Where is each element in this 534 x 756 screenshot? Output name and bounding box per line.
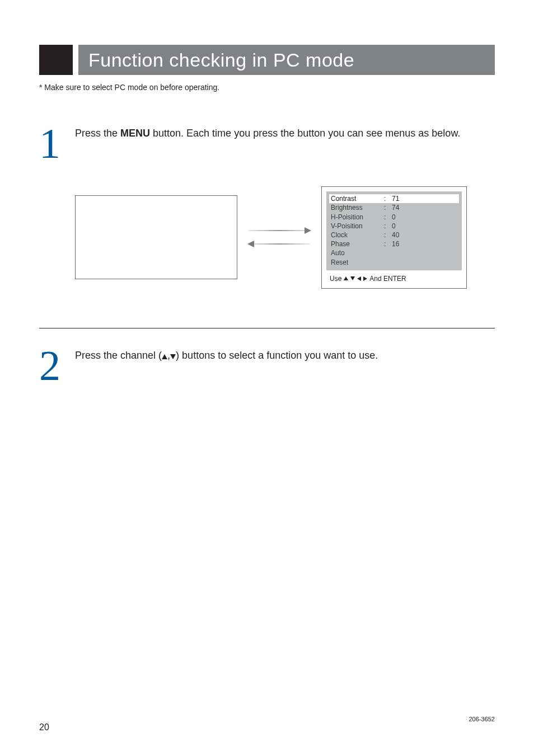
osd-menu-list: Contrast : 71 Brightness : 74 H-Poisitio… (326, 191, 462, 270)
heading-gap (73, 45, 78, 75)
doc-code: 206-3652 (469, 716, 495, 722)
step-1: 1 Press the MENU button. Each time you p… (39, 125, 495, 158)
osd-colon: : (384, 203, 392, 212)
step-2-number: 2 (39, 348, 75, 381)
osd-colon: : (384, 222, 392, 231)
step-1-text: Press the MENU button. Each time you pre… (75, 125, 460, 140)
triangle-right-icon (363, 276, 367, 281)
osd-label: Brightness (331, 203, 384, 212)
osd-label: Auto (331, 248, 384, 257)
step-2-text: Press the channel (,) buttons to select … (75, 348, 378, 363)
osd-value: 0 (392, 213, 457, 222)
page-title: Function checking in PC mode (88, 49, 354, 71)
osd-row-auto: Auto (331, 248, 457, 257)
osd-colon: : (384, 231, 392, 240)
osd-value: 74 (392, 203, 457, 212)
page: Function checking in PC mode * Make sure… (0, 0, 534, 756)
step-1-number: 1 (39, 125, 75, 158)
note-text: * Make sure to select PC mode on before … (39, 83, 495, 92)
osd-row-vposition: V-Poisition : 0 (331, 222, 457, 231)
arrow-right-icon (249, 230, 310, 231)
osd-row-reset: Reset (331, 258, 457, 267)
osd-value: 16 (392, 240, 457, 248)
step-2-post: buttons to select a function you want to… (179, 350, 378, 361)
osd-colon: : (384, 194, 392, 203)
arrow-left-icon (249, 243, 310, 245)
osd-colon (384, 258, 392, 267)
placeholder-screen-box (75, 195, 237, 279)
osd-row-contrast: Contrast : 71 (329, 194, 459, 203)
osd-footer-pre: Use (330, 275, 341, 283)
page-number: 20 (39, 722, 49, 732)
heading-grey-bar: Function checking in PC mode (78, 45, 495, 75)
osd-colon: : (384, 213, 392, 222)
triangle-down-icon (170, 354, 176, 359)
osd-row-brightness: Brightness : 74 (331, 203, 457, 212)
osd-value: 71 (392, 194, 457, 203)
step-1-bold: MENU (120, 128, 150, 139)
arrow-group (237, 230, 321, 245)
osd-label: Contrast (331, 194, 384, 203)
osd-row-clock: Clock : 40 (331, 231, 457, 240)
osd-label: Clock (331, 231, 384, 240)
triangle-down-icon (350, 276, 355, 280)
section-divider (39, 328, 495, 328)
triangle-up-icon (162, 354, 167, 359)
osd-row-hposition: H-Poisition : 0 (331, 213, 457, 222)
osd-value (392, 248, 457, 257)
step-2: 2 Press the channel (,) buttons to selec… (39, 348, 495, 381)
section-heading-bar: Function checking in PC mode (39, 45, 495, 75)
osd-value: 40 (392, 231, 457, 240)
step-2-pre: Press the channel (75, 350, 158, 361)
osd-colon: : (384, 240, 392, 248)
osd-label: Phase (331, 240, 384, 248)
osd-colon (384, 248, 392, 257)
osd-value (392, 258, 457, 267)
osd-footer-post: And ENTER (369, 275, 406, 283)
osd-row-phase: Phase : 16 (331, 240, 457, 248)
osd-label: H-Poisition (331, 213, 384, 222)
diagram: Contrast : 71 Brightness : 74 H-Poisitio… (75, 186, 495, 289)
step-1-pre: Press the (75, 128, 120, 139)
heading-black-block (39, 45, 73, 75)
triangle-up-icon (344, 276, 348, 280)
osd-footer: Use And ENTER (326, 274, 462, 284)
osd-label: Reset (331, 258, 384, 267)
osd-label: V-Poisition (331, 222, 384, 231)
step-1-post: button. Each time you press the button y… (150, 128, 460, 139)
triangle-left-icon (357, 276, 361, 281)
osd-menu: Contrast : 71 Brightness : 74 H-Poisitio… (321, 186, 467, 289)
osd-value: 0 (392, 222, 457, 231)
